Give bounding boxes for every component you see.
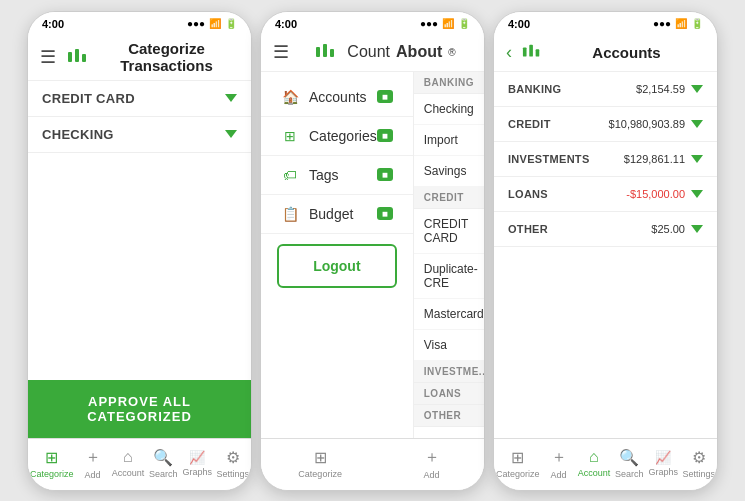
status-bar-2: 4:00 ●●● 📶 🔋 <box>261 12 484 34</box>
dropdown-checking-arrow <box>225 130 237 138</box>
add-label-2: Add <box>424 470 440 480</box>
phone-3: 4:00 ●●● 📶 🔋 ‹ Accounts BANKI <box>493 11 718 491</box>
menu-budget[interactable]: 📋 Budget ■ <box>261 195 413 234</box>
account-dropdown-other <box>691 225 703 233</box>
budget-menu-label: Budget <box>309 206 353 222</box>
side-item-import[interactable]: Import <box>414 125 484 156</box>
graphs-icon-1: 📈 <box>189 450 205 465</box>
dropdown-credit-card[interactable]: CREDIT CARD <box>28 81 251 117</box>
status-bar-3: 4:00 ●●● 📶 🔋 <box>494 12 717 34</box>
bottom-nav-3: ⊞ Categorize ＋ Add ⌂ Account 🔍 Search 📈 … <box>494 438 717 490</box>
status-time-1: 4:00 <box>42 18 64 30</box>
nav-search-1[interactable]: 🔍 Search <box>148 448 178 479</box>
nav-graphs-1[interactable]: 📈 Graphs <box>182 450 212 477</box>
svg-rect-5 <box>330 49 334 57</box>
side-item-savings[interactable]: Savings <box>414 156 484 187</box>
account-row-credit[interactable]: CREDIT $10,980,903.89 <box>494 107 717 142</box>
add-icon-3: ＋ <box>551 447 567 468</box>
logo-about-text: About <box>396 43 442 61</box>
logo-svg-3 <box>522 42 542 62</box>
settings-label-3: Settings <box>682 469 715 479</box>
budget-badge: ■ <box>377 207 393 220</box>
account-row-loans[interactable]: LOANS -$15,000.00 <box>494 177 717 212</box>
nav-account-3[interactable]: ⌂ Account <box>578 448 611 478</box>
nav-categorize-3[interactable]: ⊞ Categorize <box>496 448 540 479</box>
side-header-other: OTHER <box>414 405 484 427</box>
empty-space-1 <box>28 153 251 380</box>
add-icon-2: ＋ <box>424 447 440 468</box>
logout-button[interactable]: Logout <box>277 244 397 288</box>
settings-icon-1: ⚙ <box>226 448 240 467</box>
menu-accounts-left: 🏠 Accounts <box>281 89 367 105</box>
account-amount-loans: -$15,000.00 <box>626 188 685 200</box>
svg-rect-3 <box>316 47 320 57</box>
nav-settings-3[interactable]: ⚙ Settings <box>682 448 715 479</box>
approve-all-button[interactable]: APPROVE ALL CATEGORIZED <box>28 380 251 438</box>
account-name-other: OTHER <box>508 223 548 235</box>
graphs-label-3: Graphs <box>649 467 679 477</box>
signal-icon-1: ●●● <box>187 18 205 29</box>
nav-search-3[interactable]: 🔍 Search <box>614 448 644 479</box>
nav-graphs-3[interactable]: 📈 Graphs <box>648 450 678 477</box>
account-row-banking[interactable]: BANKING $2,154.59 <box>494 72 717 107</box>
side-item-duplicate-cre[interactable]: Duplicate-CRE <box>414 254 484 299</box>
account-name-credit: CREDIT <box>508 118 551 130</box>
account-name-loans: LOANS <box>508 188 548 200</box>
dropdown-credit-card-label: CREDIT CARD <box>42 91 135 106</box>
side-item-mastercard[interactable]: Mastercard <box>414 299 484 330</box>
add-label-1: Add <box>85 470 101 480</box>
hamburger-icon-1[interactable]: ☰ <box>40 46 56 68</box>
battery-icon-2: 🔋 <box>458 18 470 29</box>
svg-rect-7 <box>529 45 533 57</box>
menu-accounts[interactable]: 🏠 Accounts ■ <box>261 78 413 117</box>
tags-badge: ■ <box>377 168 393 181</box>
menu-tags[interactable]: 🏷 Tags ■ <box>261 156 413 195</box>
side-header-investments: INVESTME... <box>414 361 484 383</box>
nav-account-1[interactable]: ⌂ Account <box>112 448 145 478</box>
logo-count-text: Count <box>347 43 390 61</box>
svg-rect-6 <box>523 47 527 56</box>
nav-settings-1[interactable]: ⚙ Settings <box>216 448 249 479</box>
tags-menu-icon: 🏷 <box>281 167 299 183</box>
phone-1: 4:00 ●●● 📶 🔋 ☰ Categorize Transactions <box>27 11 252 491</box>
nav-add-1[interactable]: ＋ Add <box>78 447 108 480</box>
side-item-visa[interactable]: Visa <box>414 330 484 361</box>
dropdown-checking[interactable]: CHECKING <box>28 117 251 153</box>
svg-rect-2 <box>82 54 86 62</box>
account-dropdown-banking <box>691 85 703 93</box>
account-amount-banking: $2,154.59 <box>636 83 685 95</box>
main-menu: 🏠 Accounts ■ ⊞ Categories ■ 🏷 Tags <box>261 72 414 438</box>
account-row-investments[interactable]: INVESTMENTS $129,861.11 <box>494 142 717 177</box>
nav-add-2[interactable]: ＋ Add <box>417 447 447 480</box>
nav-add-3[interactable]: ＋ Add <box>544 447 574 480</box>
hamburger-icon-2[interactable]: ☰ <box>273 41 289 63</box>
header-bar-2: ☰ CountAbout® <box>261 34 484 72</box>
account-dropdown-investments <box>691 155 703 163</box>
svg-rect-8 <box>536 49 540 56</box>
categorize-icon-3: ⊞ <box>511 448 524 467</box>
side-item-credit-card[interactable]: CREDIT CARD <box>414 209 484 254</box>
search-icon-3: 🔍 <box>619 448 639 467</box>
add-icon-1: ＋ <box>85 447 101 468</box>
svg-rect-1 <box>75 49 79 62</box>
account-name-investments: INVESTMENTS <box>508 153 590 165</box>
accounts-menu-icon: 🏠 <box>281 89 299 105</box>
account-amount-loans-row: -$15,000.00 <box>626 188 703 200</box>
accounts-badge: ■ <box>377 90 393 103</box>
back-icon-3[interactable]: ‹ <box>506 42 512 63</box>
categories-menu-label: Categories <box>309 128 377 144</box>
side-header-banking: BANKING <box>414 72 484 94</box>
menu-categories[interactable]: ⊞ Categories ■ <box>261 117 413 156</box>
page-title-1: Categorize Transactions <box>94 40 239 74</box>
account-dropdown-credit <box>691 120 703 128</box>
nav-categorize-2[interactable]: ⊞ Categorize <box>298 448 342 479</box>
side-menu: BANKING Checking Import Savings CREDIT C… <box>414 72 484 438</box>
settings-label-1: Settings <box>216 469 249 479</box>
account-row-other[interactable]: OTHER $25.00 <box>494 212 717 247</box>
graphs-icon-3: 📈 <box>655 450 671 465</box>
account-icon-1: ⌂ <box>123 448 133 466</box>
countabout-logo: CountAbout® <box>299 41 472 63</box>
side-item-checking[interactable]: Checking <box>414 94 484 125</box>
categorize-label-3: Categorize <box>496 469 540 479</box>
nav-categorize-1[interactable]: ⊞ Categorize <box>30 448 74 479</box>
